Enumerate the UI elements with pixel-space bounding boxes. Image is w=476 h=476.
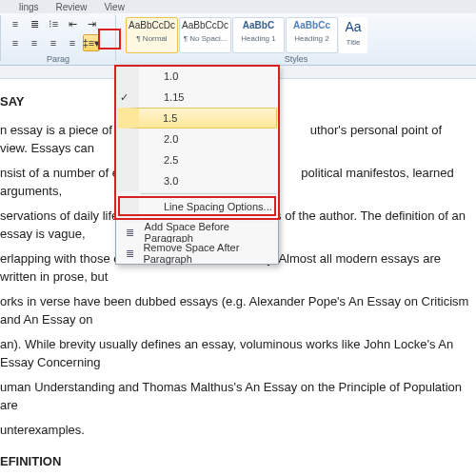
doc-line: unterexamples.: [0, 421, 472, 440]
numbering-button[interactable]: ≣: [26, 15, 43, 32]
spacing-3-0[interactable]: 3.0: [116, 170, 278, 191]
line-spacing-button[interactable]: ‡≡▾: [83, 34, 100, 51]
style-heading1[interactable]: AaBbC Heading 1: [232, 17, 285, 53]
line-spacing-menu: 1.0 ✓1.15 1.5 2.0 2.5 3.0 Line Spacing O…: [115, 65, 279, 265]
styles-group: AaBbCcDc ¶ Normal AaBbCcDc ¶ No Spaci...…: [116, 13, 476, 65]
style-nospacing[interactable]: AaBbCcDc ¶ No Spaci...: [179, 17, 231, 53]
menu-separator: [141, 193, 276, 194]
spacing-2-5[interactable]: 2.5: [116, 149, 278, 170]
remove-space-after-icon: ≣: [122, 246, 137, 261]
style-normal[interactable]: AaBbCcDc ¶ Normal: [126, 17, 178, 53]
menu-separator: [141, 219, 276, 220]
doc-line: an). While brevity usually defines an es…: [0, 335, 472, 372]
ribbon: ≡ ≣ ⁝≡ ⇤ ⇥ ≡ ≡ ≡ ≡ ‡≡▾ Parag AaBbCcDc ¶ …: [0, 13, 476, 66]
line-spacing-options[interactable]: Line Spacing Options...: [116, 196, 278, 217]
spacing-1-5[interactable]: 1.5: [117, 108, 277, 129]
decrease-indent-button[interactable]: ⇤: [64, 15, 81, 32]
spacing-1-15[interactable]: ✓1.15: [116, 87, 278, 108]
align-right-button[interactable]: ≡: [45, 34, 62, 51]
align-center-button[interactable]: ≡: [26, 34, 43, 51]
add-space-before-icon: ≣: [122, 225, 139, 240]
spacing-1-0[interactable]: 1.0: [116, 66, 278, 87]
styles-group-label: Styles: [116, 54, 476, 64]
spacing-2-0[interactable]: 2.0: [116, 129, 278, 149]
tab-view[interactable]: View: [104, 2, 125, 12]
tab-bar: lings Review View: [0, 0, 476, 13]
doc-line: orks in verse have been dubbed essays (e…: [0, 292, 472, 329]
justify-button[interactable]: ≡: [64, 34, 81, 51]
remove-space-after[interactable]: ≣ Remove Space After Paragraph: [116, 243, 278, 264]
style-title[interactable]: Aa Title: [339, 17, 367, 53]
check-icon: ✓: [120, 91, 129, 104]
add-space-before[interactable]: ≣ Add Space Before Paragraph: [116, 222, 278, 243]
align-left-button[interactable]: ≡: [7, 34, 24, 51]
heading-definition: EFINITION: [0, 452, 472, 471]
style-heading2[interactable]: AaBbCc Heading 2: [286, 17, 338, 53]
multilevel-button[interactable]: ⁝≡: [45, 15, 62, 32]
tab-review[interactable]: Review: [56, 2, 88, 12]
increase-indent-button[interactable]: ⇥: [83, 15, 100, 32]
paragraph-group: ≡ ≣ ⁝≡ ⇤ ⇥ ≡ ≡ ≡ ≡ ‡≡▾ Parag: [1, 13, 115, 65]
paragraph-group-label: Parag: [1, 54, 115, 64]
bullets-button[interactable]: ≡: [7, 15, 24, 32]
tab-mailings[interactable]: lings: [19, 2, 39, 12]
doc-line: uman Understanding and Thomas Malthus's …: [0, 378, 472, 415]
